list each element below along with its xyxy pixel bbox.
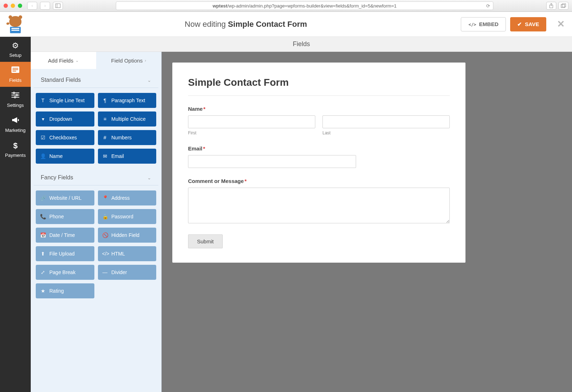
field-single-line-text[interactable]: TSingle Line Text xyxy=(36,93,94,108)
field-date-time[interactable]: 📅Date / Time xyxy=(36,228,94,243)
field-rating[interactable]: ★Rating xyxy=(36,283,94,298)
reload-icon[interactable]: ⟳ xyxy=(486,3,490,9)
field-page-break[interactable]: ⤢Page Break xyxy=(36,265,94,280)
check-icon: ✔ xyxy=(517,21,522,28)
dropdown-icon: ▾ xyxy=(40,116,46,122)
nav-payments-label: Payments xyxy=(5,153,26,158)
field-website-url[interactable]: 🔗Website / URL xyxy=(36,190,94,205)
section-fancy-fields[interactable]: Fancy Fields ⌄ xyxy=(34,167,158,185)
editing-form-name: Simple Contact Form xyxy=(228,20,307,29)
svg-point-14 xyxy=(14,96,16,98)
window-minimize-icon[interactable] xyxy=(11,4,15,8)
standard-fields-grid: TSingle Line Text ¶Paragraph Text ▾Dropd… xyxy=(31,88,161,167)
window-controls xyxy=(4,4,22,8)
calendar-icon: 📅 xyxy=(40,232,46,238)
section-standard-fields[interactable]: Standard Fields ⌄ xyxy=(34,69,158,88)
form-icon xyxy=(11,66,20,75)
field-address[interactable]: 📍Address xyxy=(98,190,157,205)
tab-add-fields[interactable]: Add Fields ⌄ xyxy=(31,52,96,69)
list-icon: ≡ xyxy=(102,116,108,122)
divider xyxy=(188,95,450,96)
workspace: Add Fields ⌄ Field Options › Standard Fi… xyxy=(31,52,572,392)
field-hidden[interactable]: 🚫Hidden Field xyxy=(98,228,157,243)
divider-icon: — xyxy=(102,269,108,275)
last-name-input[interactable] xyxy=(322,115,450,128)
field-preview-comment[interactable]: Comment or Message* xyxy=(188,178,450,224)
field-name[interactable]: 👤Name xyxy=(36,149,94,164)
nav-rail: ⚙ Setup Fields Settings Marketing $ Paym… xyxy=(0,37,31,392)
first-name-input[interactable] xyxy=(188,115,315,128)
page-break-icon: ⤢ xyxy=(40,269,46,275)
tab-field-options[interactable]: Field Options › xyxy=(96,52,162,69)
browser-back-button[interactable]: ‹ xyxy=(27,2,37,10)
browser-url-bar[interactable]: wptest/wp-admin/admin.php?page=wpforms-b… xyxy=(116,1,493,10)
browser-forward-button[interactable]: › xyxy=(40,2,50,10)
fields-panel: Add Fields ⌄ Field Options › Standard Fi… xyxy=(31,52,162,392)
upload-icon: ⬆ xyxy=(40,251,46,257)
user-icon: 👤 xyxy=(40,153,46,159)
svg-rect-4 xyxy=(562,4,566,7)
field-phone[interactable]: 📞Phone xyxy=(36,209,94,224)
browser-sidebar-button[interactable] xyxy=(53,2,63,10)
field-file-upload[interactable]: ⬆File Upload xyxy=(36,246,94,261)
field-divider[interactable]: —Divider xyxy=(98,265,157,280)
field-email[interactable]: ✉Email xyxy=(98,149,157,164)
envelope-icon: ✉ xyxy=(102,153,108,159)
section-standard-label: Standard Fields xyxy=(41,77,81,83)
app-header: Now editing Simple Contact Form EMBED ✔ … xyxy=(0,12,572,37)
nav-payments[interactable]: $ Payments xyxy=(0,137,31,162)
fields-bar-label: Fields xyxy=(293,40,310,48)
email-input[interactable] xyxy=(188,155,356,168)
tab-add-fields-label: Add Fields xyxy=(48,58,73,64)
submit-button[interactable]: Submit xyxy=(188,234,223,248)
chevron-right-icon: › xyxy=(145,58,146,63)
field-numbers[interactable]: #Numbers xyxy=(98,130,157,145)
field-preview-name[interactable]: Name* First Last xyxy=(188,106,450,135)
section-fancy-label: Fancy Fields xyxy=(41,174,73,181)
gear-icon: ⚙ xyxy=(12,41,19,50)
panel-tabs: Add Fields ⌄ Field Options › xyxy=(31,52,161,69)
lock-icon: 🔒 xyxy=(102,214,108,219)
field-dropdown[interactable]: ▾Dropdown xyxy=(36,111,94,126)
nav-settings[interactable]: Settings xyxy=(0,87,31,112)
header-title: Now editing Simple Contact Form xyxy=(31,20,461,29)
save-button[interactable]: ✔ SAVE xyxy=(510,17,546,31)
field-html[interactable]: </>HTML xyxy=(98,246,157,261)
tabs-button[interactable] xyxy=(558,2,568,10)
text-icon: T xyxy=(40,98,46,103)
wpforms-logo-icon xyxy=(6,15,24,33)
sidebar-icon xyxy=(55,4,60,8)
window-close-icon[interactable] xyxy=(4,4,8,8)
nav-setup[interactable]: ⚙ Setup xyxy=(0,37,31,62)
hash-icon: # xyxy=(102,135,108,140)
header-actions: EMBED ✔ SAVE ✕ xyxy=(461,17,565,31)
chevron-down-icon: ⌄ xyxy=(75,58,79,63)
app-body: ⚙ Setup Fields Settings Marketing $ Paym… xyxy=(0,37,572,392)
link-icon: 🔗 xyxy=(40,195,46,201)
app-logo[interactable] xyxy=(0,15,31,33)
url-text: wptest/wp-admin/admin.php?page=wpforms-b… xyxy=(213,3,396,9)
field-password[interactable]: 🔒Password xyxy=(98,209,157,224)
svg-rect-8 xyxy=(13,71,16,71)
comment-textarea[interactable] xyxy=(188,188,450,223)
dollar-icon: $ xyxy=(13,141,18,150)
field-multiple-choice[interactable]: ≡Multiple Choice xyxy=(98,111,157,126)
svg-rect-3 xyxy=(561,5,565,8)
close-builder-button[interactable]: ✕ xyxy=(557,19,565,30)
nav-fields[interactable]: Fields xyxy=(0,62,31,87)
nav-marketing[interactable]: Marketing xyxy=(0,112,31,137)
sliders-icon xyxy=(11,91,19,100)
embed-button[interactable]: EMBED xyxy=(461,17,506,31)
save-label: SAVE xyxy=(525,21,539,27)
field-preview-email[interactable]: Email* xyxy=(188,145,450,168)
field-checkboxes[interactable]: ☑Checkboxes xyxy=(36,130,94,145)
share-button[interactable] xyxy=(546,2,556,10)
content-area: Fields Add Fields ⌄ Field Options › Stan… xyxy=(31,37,572,392)
window-zoom-icon[interactable] xyxy=(18,4,22,8)
name-row: First Last xyxy=(188,115,450,135)
chevron-down-icon: ⌄ xyxy=(147,78,151,83)
code-icon xyxy=(468,21,476,27)
embed-label: EMBED xyxy=(479,21,498,27)
field-paragraph-text[interactable]: ¶Paragraph Text xyxy=(98,93,157,108)
form-preview-card[interactable]: Simple Contact Form Name* First Last xyxy=(172,63,465,263)
